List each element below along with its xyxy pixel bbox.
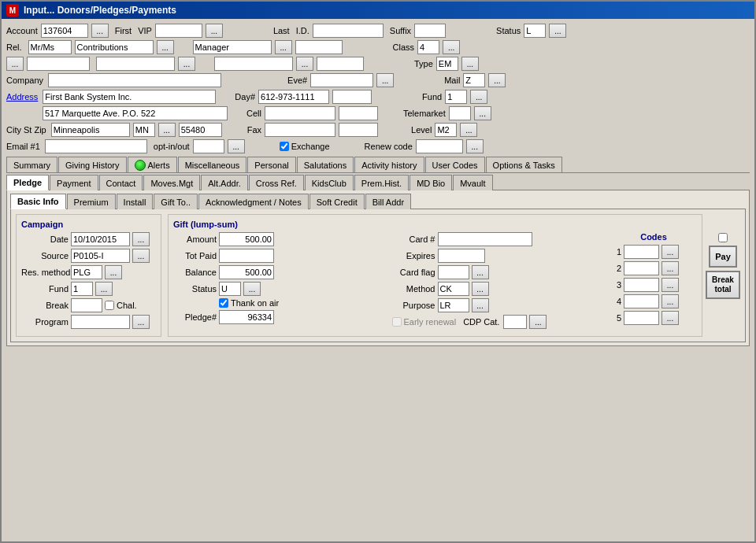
tab-premium[interactable]: Premium bbox=[67, 194, 116, 209]
tab-md-bio[interactable]: MD Bio bbox=[410, 175, 452, 190]
tab-install[interactable]: Install bbox=[117, 194, 154, 209]
vip-input[interactable] bbox=[155, 24, 202, 38]
break-input[interactable] bbox=[71, 298, 102, 312]
tab-options-tasks[interactable]: Options & Tasks bbox=[486, 157, 562, 172]
extra3-input[interactable] bbox=[96, 57, 175, 71]
status-input[interactable] bbox=[524, 24, 546, 38]
address-link[interactable]: Address bbox=[6, 92, 38, 102]
code-3-input[interactable] bbox=[624, 278, 659, 292]
source-input[interactable] bbox=[71, 249, 130, 263]
res-method-btn[interactable]: ... bbox=[105, 265, 122, 279]
tab-gift-to[interactable]: Gift To.. bbox=[154, 194, 198, 209]
tab-mvault[interactable]: Mvault bbox=[453, 175, 492, 190]
code-2-btn[interactable]: ... bbox=[662, 261, 679, 275]
contributions-input[interactable] bbox=[75, 40, 154, 54]
tab-bill-addr[interactable]: Bill Addr bbox=[365, 194, 411, 209]
extra2-input[interactable] bbox=[27, 57, 90, 71]
code-5-input[interactable] bbox=[624, 311, 659, 325]
email-input[interactable] bbox=[45, 139, 147, 153]
purpose-input[interactable] bbox=[438, 298, 469, 312]
rel-input[interactable] bbox=[28, 40, 72, 54]
tot-paid-input[interactable] bbox=[219, 249, 274, 263]
tab-user-codes[interactable]: User Codes bbox=[425, 157, 485, 172]
tab-salutations[interactable]: Salutations bbox=[297, 157, 354, 172]
chal-checkbox[interactable] bbox=[105, 301, 114, 310]
day-ext[interactable] bbox=[332, 90, 372, 104]
exchange-checkbox[interactable] bbox=[280, 142, 289, 151]
amount-input[interactable] bbox=[219, 232, 274, 246]
code-4-btn[interactable]: ... bbox=[662, 294, 679, 308]
account-btn[interactable]: ... bbox=[91, 24, 109, 38]
type-btn[interactable]: ... bbox=[461, 57, 479, 71]
method-btn[interactable]: ... bbox=[472, 282, 489, 296]
tab-prem-hist[interactable]: Prem.Hist. bbox=[354, 175, 409, 190]
tab-pledge[interactable]: Pledge bbox=[6, 175, 49, 190]
code-5-btn[interactable]: ... bbox=[662, 311, 679, 325]
fax-input[interactable] bbox=[265, 123, 335, 137]
tab-moves-mgt[interactable]: Moves.Mgt bbox=[143, 175, 200, 190]
mail-btn[interactable]: ... bbox=[488, 73, 506, 87]
address2-input[interactable] bbox=[43, 106, 228, 120]
campaign-fund-input[interactable] bbox=[71, 282, 93, 296]
cell-input[interactable] bbox=[265, 106, 335, 120]
day-input[interactable] bbox=[258, 90, 329, 104]
tab-miscellaneous[interactable]: Miscellaneous bbox=[178, 157, 247, 172]
source-btn[interactable]: ... bbox=[132, 249, 150, 263]
status-btn-gift[interactable]: ... bbox=[243, 282, 261, 296]
city-input[interactable] bbox=[51, 123, 130, 137]
vip-btn[interactable]: ... bbox=[206, 24, 223, 38]
tab-summary[interactable]: Summary bbox=[6, 157, 57, 172]
card-input[interactable] bbox=[438, 232, 532, 246]
balance-input[interactable] bbox=[219, 265, 274, 279]
tab-personal[interactable]: Personal bbox=[247, 157, 295, 172]
code-1-btn[interactable]: ... bbox=[662, 245, 679, 259]
code-4-input[interactable] bbox=[624, 294, 659, 308]
break-total-button[interactable]: Breaktotal bbox=[706, 271, 740, 299]
renew-input[interactable] bbox=[416, 139, 463, 153]
extra4-input[interactable] bbox=[214, 57, 293, 71]
card-flag-input[interactable] bbox=[438, 265, 469, 279]
optin-btn[interactable]: ... bbox=[228, 139, 245, 153]
eve-input[interactable] bbox=[310, 73, 373, 87]
tab-payment[interactable]: Payment bbox=[50, 175, 98, 190]
manager-btn[interactable]: ... bbox=[275, 40, 292, 54]
telemarket-btn[interactable]: ... bbox=[474, 106, 491, 120]
date-input[interactable] bbox=[71, 232, 130, 246]
extra5-input[interactable] bbox=[317, 57, 364, 71]
code-3-btn[interactable]: ... bbox=[662, 278, 679, 292]
cdp-cat-btn[interactable]: ... bbox=[529, 315, 547, 329]
fax-ext[interactable] bbox=[339, 123, 378, 137]
level-btn[interactable]: ... bbox=[460, 123, 477, 137]
optin-input[interactable] bbox=[193, 139, 224, 153]
fund-input-top[interactable] bbox=[445, 90, 467, 104]
extra1-input[interactable] bbox=[295, 40, 343, 54]
renew-btn[interactable]: ... bbox=[466, 139, 484, 153]
tab-cross-ref[interactable]: Cross Ref. bbox=[249, 175, 304, 190]
campaign-fund-btn[interactable]: ... bbox=[95, 282, 113, 296]
purpose-btn[interactable]: ... bbox=[472, 298, 489, 312]
cdp-cat-input[interactable] bbox=[503, 315, 527, 329]
extra3-btn[interactable]: ... bbox=[178, 57, 195, 71]
account-input[interactable] bbox=[41, 24, 88, 38]
tab-alerts[interactable]: Alerts bbox=[128, 157, 177, 172]
extra-btn1[interactable]: ... bbox=[6, 57, 24, 71]
program-btn[interactable]: ... bbox=[132, 315, 150, 329]
code-2-input[interactable] bbox=[624, 261, 659, 275]
class-btn[interactable]: ... bbox=[443, 40, 460, 54]
tab-activity-history[interactable]: Activity history bbox=[354, 157, 424, 172]
manager-input[interactable] bbox=[193, 40, 272, 54]
status-btn[interactable]: ... bbox=[549, 24, 566, 38]
program-input[interactable] bbox=[71, 315, 130, 329]
type-input[interactable] bbox=[436, 57, 458, 71]
level-input[interactable] bbox=[435, 123, 457, 137]
cell-ext[interactable] bbox=[339, 106, 378, 120]
status-input[interactable] bbox=[219, 282, 241, 296]
tab-soft-credit[interactable]: Soft Credit bbox=[309, 194, 365, 209]
tab-basic-info[interactable]: Basic Info bbox=[10, 194, 66, 209]
tab-kidsclub[interactable]: KidsClub bbox=[305, 175, 354, 190]
class-input[interactable] bbox=[417, 40, 439, 54]
tab-contact[interactable]: Contact bbox=[99, 175, 143, 190]
pledge-num-input[interactable] bbox=[219, 310, 274, 324]
pay-button[interactable]: Pay bbox=[709, 246, 737, 268]
tab-acknowledgment-notes[interactable]: Acknowledgment / Notes bbox=[198, 194, 309, 209]
